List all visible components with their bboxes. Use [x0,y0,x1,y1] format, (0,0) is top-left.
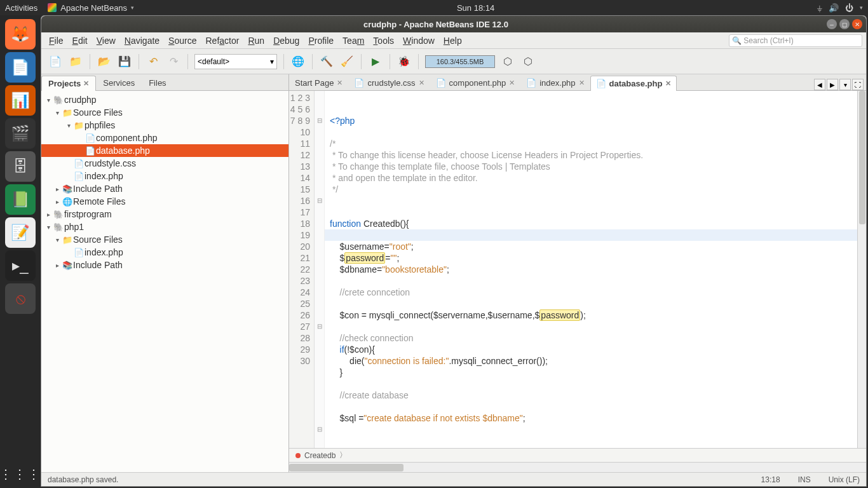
browser-icon[interactable]: 🌐 [290,54,306,69]
breadcrumb[interactable]: Createdb 〉 [289,448,866,462]
build-icon[interactable]: 🔨 [319,54,334,69]
activities-button[interactable]: Activities [5,3,37,13]
vertical-scrollbar[interactable] [857,91,866,448]
firefox-icon[interactable]: 🦊 [5,19,36,50]
debug-icon[interactable]: 🐞 [397,54,412,69]
menu-debug[interactable]: Debug [269,34,303,47]
status-message: database.php saved. [48,475,118,484]
tree-file[interactable]: 📄crudstyle.css [41,157,288,170]
maximize-editor-icon[interactable]: ⛶ [852,79,864,90]
menu-edit[interactable]: Edit [69,34,92,47]
tree-include-path[interactable]: ▸📚Include Path [41,182,288,195]
close-icon[interactable]: ✕ [419,79,424,87]
tab-list-icon[interactable]: ▾ [839,79,851,90]
blocked-icon[interactable]: ⦸ [5,283,36,314]
menu-help[interactable]: Help [440,34,466,47]
text-editor-icon[interactable]: 📝 [5,217,36,248]
video-editor-icon[interactable]: 🎬 [5,118,36,149]
chevron-down-icon: ▾ [860,4,863,11]
tree-source-files[interactable]: ▾📁Source Files [41,106,288,119]
tab-files[interactable]: Files [142,75,173,90]
files-icon[interactable]: 🗄 [5,151,36,182]
tree-source-files[interactable]: ▾📁Source Files [41,233,288,246]
netbeans-window: crudphp - Apache NetBeans IDE 12.0 – ◻ ✕… [41,15,867,487]
profile-attach-icon[interactable]: ⬡ [520,54,536,69]
writer-icon[interactable]: 📄 [5,52,36,83]
volume-icon[interactable]: 🔊 [829,3,839,13]
tree-file[interactable]: 📄index.php [41,246,288,259]
undo-icon[interactable]: ↶ [146,54,161,69]
memory-meter[interactable]: 160.3/455.5MB [425,55,495,68]
close-icon[interactable]: ✕ [83,79,89,88]
profile-icon[interactable]: ⬡ [500,54,515,69]
search-input[interactable]: 🔍 Search (Ctrl+I) [729,34,862,47]
menu-source[interactable]: Source [165,34,200,47]
calc-icon[interactable]: 📗 [5,184,36,215]
terminal-icon[interactable]: ▸_ [5,250,36,281]
maximize-button[interactable]: ◻ [839,19,850,29]
netbeans-dock-icon[interactable] [5,316,36,347]
clean-build-icon[interactable]: 🧹 [339,54,355,69]
tab-index[interactable]: 📄index.php✕ [520,75,590,90]
tree-project[interactable]: ▾🐘crudphp [41,93,288,106]
tree-include-path[interactable]: ▸📚Include Path [41,259,288,271]
minimize-button[interactable]: – [827,19,837,29]
tree-file[interactable]: 📄component.php [41,132,288,144]
new-project-icon[interactable]: 📁 [68,54,83,69]
search-placeholder: Search (Ctrl+I) [743,36,793,45]
menu-team[interactable]: Team [339,34,368,47]
close-icon[interactable]: ✕ [509,79,515,87]
code-editor[interactable]: <?php /* * To change this license header… [325,91,857,448]
window-titlebar[interactable]: crudphp - Apache NetBeans IDE 12.0 – ◻ ✕ [41,16,866,32]
chevron-right-icon: 〉 [339,450,347,461]
menu-view[interactable]: View [93,34,119,47]
gnome-top-bar: Activities Apache NetBeans ▾ Sun 18:14 ⏚… [0,0,868,15]
menu-refactor[interactable]: Refactor [201,34,243,47]
tree-folder[interactable]: ▾📁phpfiles [41,119,288,132]
tab-prev-icon[interactable]: ◀ [814,79,825,90]
menu-window[interactable]: Window [399,34,438,47]
redo-icon[interactable]: ↷ [166,54,181,69]
new-file-icon[interactable]: 📄 [48,54,63,69]
power-icon[interactable]: ⏻ [845,3,853,13]
projects-panel: Projects✕ Services Files ▾🐘crudphp ▾📁Sou… [41,74,289,472]
error-dot-icon [295,453,301,458]
tree-file-selected[interactable]: 📄database.php [41,144,288,157]
tab-services[interactable]: Services [96,75,142,90]
tree-project[interactable]: ▾🐘php1 [41,220,288,233]
project-tree[interactable]: ▾🐘crudphp ▾📁Source Files ▾📁phpfiles 📄com… [41,91,288,472]
line-gutter[interactable]: 1 2 3 4 5 6 7 8 9 10 11 12 13 14 15 16 1… [289,91,315,448]
close-icon[interactable]: ✕ [665,79,671,88]
tree-project[interactable]: ▸🐘firstprogram [41,208,288,220]
close-icon[interactable]: ✕ [579,79,585,87]
tab-next-icon[interactable]: ▶ [827,79,838,90]
menu-run[interactable]: Run [244,34,268,47]
line-ending[interactable]: Unix (LF) [829,475,860,484]
app-menu[interactable]: Apache NetBeans ▾ [48,3,134,13]
show-apps-icon[interactable]: ⋮⋮⋮ [0,466,41,482]
open-icon[interactable]: 📂 [97,54,112,69]
network-icon[interactable]: ⏚ [817,3,822,13]
run-icon[interactable]: ▶ [368,54,383,69]
horizontal-scrollbar[interactable] [289,462,866,472]
tab-crudstyle[interactable]: 📄crudstyle.css✕ [348,75,430,90]
config-combo[interactable]: <default>▾ [194,54,277,69]
save-all-icon[interactable]: 💾 [117,54,132,69]
tab-projects[interactable]: Projects✕ [41,76,96,91]
close-icon[interactable]: ✕ [337,79,342,87]
impress-icon[interactable]: 📊 [5,85,36,116]
close-button[interactable]: ✕ [852,19,862,29]
ubuntu-dock: 🦊 📄 📊 🎬 🗄 📗 📝 ▸_ ⦸ ⋮⋮⋮ [0,15,41,488]
menu-navigate[interactable]: Navigate [121,34,163,47]
tab-component[interactable]: 📄component.php✕ [430,75,521,90]
fold-column[interactable]: ⊟⊟⊟⊟ [315,91,325,448]
tab-database[interactable]: 📄database.php✕ [590,76,677,91]
tab-startpage[interactable]: Start Page✕ [289,75,348,90]
menu-tools[interactable]: Tools [369,34,398,47]
tree-remote-files[interactable]: ▸🌐Remote Files [41,195,288,208]
tree-file[interactable]: 📄index.php [41,170,288,182]
insert-mode[interactable]: INS [798,475,811,484]
menu-file[interactable]: File [45,34,67,47]
menu-profile[interactable]: Profile [304,34,337,47]
clock[interactable]: Sun 18:14 [134,3,817,13]
